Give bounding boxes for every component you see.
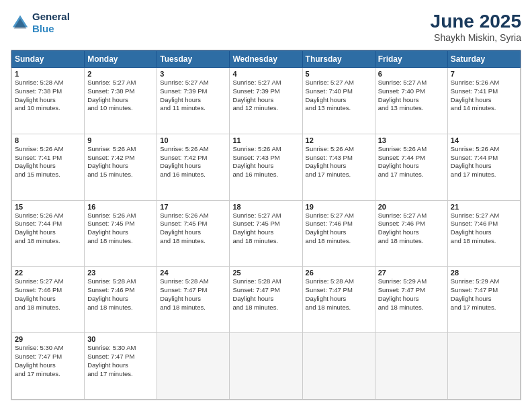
day-number: 26: [306, 269, 372, 277]
day-info: Sunrise: 5:27 AM Sunset: 7:46 PM Dayligh…: [378, 212, 445, 246]
day-info: Sunrise: 5:29 AM Sunset: 7:47 PM Dayligh…: [378, 277, 445, 312]
logo: General Blue: [11, 11, 70, 35]
day-number: 9: [87, 136, 154, 144]
calendar-cell: 15 Sunrise: 5:26 AM Sunset: 7:44 PM Dayl…: [12, 200, 85, 267]
day-number: 12: [306, 136, 372, 144]
calendar-cell: 13 Sunrise: 5:26 AM Sunset: 7:44 PM Dayl…: [375, 134, 447, 200]
day-info: Sunrise: 5:27 AM Sunset: 7:46 PM Dayligh…: [451, 212, 517, 246]
day-info: Sunrise: 5:26 AM Sunset: 7:42 PM Dayligh…: [160, 145, 226, 179]
day-number: 23: [87, 269, 154, 277]
day-number: 3: [160, 70, 226, 78]
day-number: 1: [15, 70, 81, 78]
calendar-cell: 16 Sunrise: 5:26 AM Sunset: 7:45 PM Dayl…: [85, 200, 157, 267]
day-info: Sunrise: 5:26 AM Sunset: 7:45 PM Dayligh…: [160, 212, 226, 246]
day-number: 24: [160, 269, 226, 277]
calendar-cell: 21 Sunrise: 5:27 AM Sunset: 7:46 PM Dayl…: [447, 200, 520, 267]
calendar-body: 1 Sunrise: 5:28 AM Sunset: 7:38 PM Dayli…: [12, 68, 521, 400]
page: General Blue June 2025 Shaykh Miskin, Sy…: [0, 0, 532, 411]
calendar-cell: 18 Sunrise: 5:27 AM Sunset: 7:45 PM Dayl…: [230, 200, 302, 267]
title-area: June 2025 Shaykh Miskin, Syria: [431, 11, 521, 43]
day-info: Sunrise: 5:27 AM Sunset: 7:38 PM Dayligh…: [87, 79, 154, 113]
day-number: 30: [87, 335, 154, 343]
col-tuesday: Tuesday: [157, 51, 230, 68]
day-number: 20: [378, 203, 445, 211]
day-info: Sunrise: 5:29 AM Sunset: 7:47 PM Dayligh…: [451, 277, 517, 312]
day-number: 11: [232, 136, 299, 144]
calendar-cell: 7 Sunrise: 5:26 AM Sunset: 7:41 PM Dayli…: [447, 68, 520, 134]
calendar-cell: [230, 333, 302, 400]
calendar-cell: 3 Sunrise: 5:27 AM Sunset: 7:39 PM Dayli…: [157, 68, 230, 134]
day-info: Sunrise: 5:26 AM Sunset: 7:43 PM Dayligh…: [232, 145, 299, 179]
day-info: Sunrise: 5:26 AM Sunset: 7:42 PM Dayligh…: [87, 145, 154, 179]
day-number: 14: [451, 136, 517, 144]
day-number: 6: [378, 70, 445, 78]
day-number: 25: [232, 269, 299, 277]
day-info: Sunrise: 5:26 AM Sunset: 7:45 PM Dayligh…: [87, 212, 154, 246]
col-sunday: Sunday: [12, 51, 85, 68]
location-title: Shaykh Miskin, Syria: [431, 32, 521, 43]
month-title: June 2025: [431, 11, 521, 32]
calendar-week-4: 22 Sunrise: 5:27 AM Sunset: 7:46 PM Dayl…: [12, 267, 521, 333]
day-info: Sunrise: 5:28 AM Sunset: 7:47 PM Dayligh…: [306, 277, 372, 312]
calendar-cell: 8 Sunrise: 5:26 AM Sunset: 7:41 PM Dayli…: [12, 134, 85, 200]
day-info: Sunrise: 5:27 AM Sunset: 7:46 PM Dayligh…: [15, 277, 81, 312]
day-info: Sunrise: 5:26 AM Sunset: 7:41 PM Dayligh…: [15, 145, 81, 179]
day-info: Sunrise: 5:26 AM Sunset: 7:44 PM Dayligh…: [15, 212, 81, 246]
day-info: Sunrise: 5:28 AM Sunset: 7:46 PM Dayligh…: [87, 277, 154, 312]
col-wednesday: Wednesday: [230, 51, 302, 68]
calendar-cell: 14 Sunrise: 5:26 AM Sunset: 7:44 PM Dayl…: [447, 134, 520, 200]
day-number: 28: [451, 269, 517, 277]
calendar-cell: 6 Sunrise: 5:27 AM Sunset: 7:40 PM Dayli…: [375, 68, 447, 134]
calendar-week-3: 15 Sunrise: 5:26 AM Sunset: 7:44 PM Dayl…: [12, 200, 521, 267]
day-number: 22: [15, 269, 81, 277]
calendar-cell: [375, 333, 447, 400]
day-info: Sunrise: 5:28 AM Sunset: 7:38 PM Dayligh…: [15, 79, 81, 113]
day-number: 10: [160, 136, 226, 144]
calendar-cell: 22 Sunrise: 5:27 AM Sunset: 7:46 PM Dayl…: [12, 267, 85, 333]
day-info: Sunrise: 5:30 AM Sunset: 7:47 PM Dayligh…: [15, 344, 81, 378]
day-number: 21: [451, 203, 517, 211]
calendar-cell: 27 Sunrise: 5:29 AM Sunset: 7:47 PM Dayl…: [375, 267, 447, 333]
day-number: 16: [87, 203, 154, 211]
day-info: Sunrise: 5:27 AM Sunset: 7:39 PM Dayligh…: [232, 79, 299, 113]
calendar-cell: 1 Sunrise: 5:28 AM Sunset: 7:38 PM Dayli…: [12, 68, 85, 134]
logo-text: General Blue: [32, 11, 70, 35]
calendar-cell: 2 Sunrise: 5:27 AM Sunset: 7:38 PM Dayli…: [85, 68, 157, 134]
day-number: 8: [15, 136, 81, 144]
col-monday: Monday: [85, 51, 157, 68]
day-info: Sunrise: 5:26 AM Sunset: 7:43 PM Dayligh…: [306, 145, 372, 179]
day-number: 17: [160, 203, 226, 211]
day-info: Sunrise: 5:27 AM Sunset: 7:40 PM Dayligh…: [378, 79, 445, 113]
col-friday: Friday: [375, 51, 447, 68]
col-thursday: Thursday: [302, 51, 375, 68]
day-info: Sunrise: 5:28 AM Sunset: 7:47 PM Dayligh…: [232, 277, 299, 312]
calendar-cell: 10 Sunrise: 5:26 AM Sunset: 7:42 PM Dayl…: [157, 134, 230, 200]
day-number: 7: [451, 70, 517, 78]
calendar-week-2: 8 Sunrise: 5:26 AM Sunset: 7:41 PM Dayli…: [12, 134, 521, 200]
day-info: Sunrise: 5:30 AM Sunset: 7:47 PM Dayligh…: [87, 344, 154, 378]
day-number: 2: [87, 70, 154, 78]
calendar-cell: 24 Sunrise: 5:28 AM Sunset: 7:47 PM Dayl…: [157, 267, 230, 333]
calendar-week-5: 29 Sunrise: 5:30 AM Sunset: 7:47 PM Dayl…: [12, 333, 521, 400]
day-info: Sunrise: 5:26 AM Sunset: 7:44 PM Dayligh…: [378, 145, 445, 179]
calendar-cell: 20 Sunrise: 5:27 AM Sunset: 7:46 PM Dayl…: [375, 200, 447, 267]
calendar-cell: [302, 333, 375, 400]
header: General Blue June 2025 Shaykh Miskin, Sy…: [11, 11, 521, 43]
calendar-table: Sunday Monday Tuesday Wednesday Thursday…: [11, 50, 521, 400]
calendar-cell: 12 Sunrise: 5:26 AM Sunset: 7:43 PM Dayl…: [302, 134, 375, 200]
calendar-week-1: 1 Sunrise: 5:28 AM Sunset: 7:38 PM Dayli…: [12, 68, 521, 134]
calendar: Sunday Monday Tuesday Wednesday Thursday…: [11, 50, 521, 400]
day-number: 27: [378, 269, 445, 277]
day-number: 13: [378, 136, 445, 144]
day-info: Sunrise: 5:28 AM Sunset: 7:47 PM Dayligh…: [160, 277, 226, 312]
day-number: 18: [232, 203, 299, 211]
calendar-cell: 29 Sunrise: 5:30 AM Sunset: 7:47 PM Dayl…: [12, 333, 85, 400]
day-info: Sunrise: 5:27 AM Sunset: 7:40 PM Dayligh…: [306, 79, 372, 113]
calendar-cell: 28 Sunrise: 5:29 AM Sunset: 7:47 PM Dayl…: [447, 267, 520, 333]
day-number: 19: [306, 203, 372, 211]
day-number: 15: [15, 203, 81, 211]
day-info: Sunrise: 5:27 AM Sunset: 7:39 PM Dayligh…: [160, 79, 226, 113]
calendar-cell: [447, 333, 520, 400]
calendar-cell: 30 Sunrise: 5:30 AM Sunset: 7:47 PM Dayl…: [85, 333, 157, 400]
day-info: Sunrise: 5:26 AM Sunset: 7:44 PM Dayligh…: [451, 145, 517, 179]
